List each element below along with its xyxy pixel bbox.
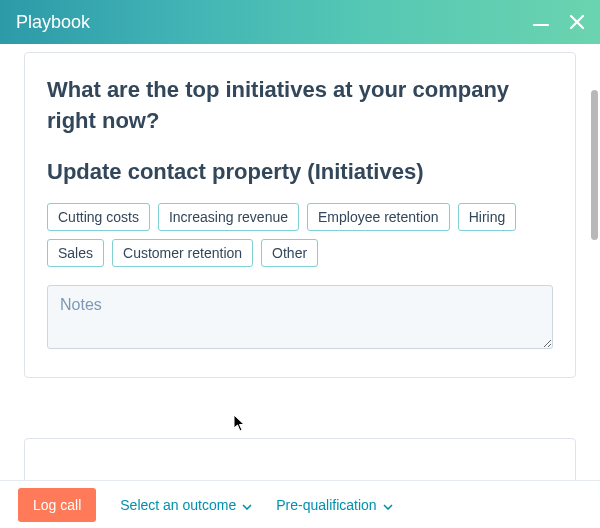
notes-input[interactable]	[47, 285, 553, 349]
chip-customer-retention[interactable]: Customer retention	[112, 239, 253, 267]
chip-cutting-costs[interactable]: Cutting costs	[47, 203, 150, 231]
chip-hiring[interactable]: Hiring	[458, 203, 517, 231]
chips-container: Cutting costs Increasing revenue Employe…	[47, 203, 553, 267]
scrollbar-thumb[interactable]	[591, 90, 598, 240]
prequalification-dropdown[interactable]: Pre-qualification	[276, 497, 392, 513]
footer: Log call Select an outcome Pre-qualifica…	[0, 480, 600, 528]
chip-increasing-revenue[interactable]: Increasing revenue	[158, 203, 299, 231]
next-card	[24, 438, 576, 480]
section-title: Update contact property (Initiatives)	[47, 159, 553, 185]
chip-other[interactable]: Other	[261, 239, 318, 267]
window-controls	[532, 13, 586, 31]
content-area: What are the top initiatives at your com…	[0, 44, 600, 480]
select-outcome-dropdown[interactable]: Select an outcome	[120, 497, 252, 513]
prequalification-label: Pre-qualification	[276, 497, 376, 513]
question-card: What are the top initiatives at your com…	[24, 52, 576, 378]
chip-employee-retention[interactable]: Employee retention	[307, 203, 450, 231]
chevron-down-icon	[383, 497, 393, 513]
select-outcome-label: Select an outcome	[120, 497, 236, 513]
question-text: What are the top initiatives at your com…	[47, 75, 553, 137]
log-call-button[interactable]: Log call	[18, 488, 96, 522]
window-title: Playbook	[16, 12, 90, 33]
titlebar: Playbook	[0, 0, 600, 44]
chevron-down-icon	[242, 497, 252, 513]
chip-sales[interactable]: Sales	[47, 239, 104, 267]
close-icon[interactable]	[568, 13, 586, 31]
playbook-window: Playbook What are the top initiatives at…	[0, 0, 600, 528]
minimize-icon[interactable]	[532, 13, 550, 31]
